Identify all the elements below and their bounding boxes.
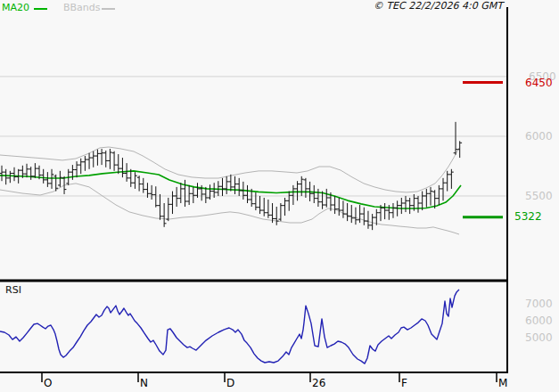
rsi-axis-label-60: 6000 (525, 315, 553, 326)
price-axis-label-5500: 5500 (525, 191, 553, 201)
rsi-axis-label-70: 7000 (525, 298, 553, 309)
time-axis-label-mar: M (498, 378, 507, 388)
legend-ma20-swatch (34, 8, 47, 10)
time-axis-label-feb: F (401, 378, 407, 388)
tec-chart: MA20 BBands © TEC 22/2/2026 4:0 GMT 6500… (0, 0, 559, 392)
copyright-stamp: © TEC 22/2/2026 4:0 GMT (374, 1, 503, 11)
legend-bbands-swatch (102, 8, 115, 10)
rsi-line (0, 290, 459, 363)
candlesticks (0, 122, 462, 230)
price-axis-label-6000: 6000 (525, 131, 553, 142)
price-levels (463, 83, 503, 217)
time-axis-label-jan26: 26 (312, 378, 325, 388)
price-gridlines (0, 77, 507, 196)
time-axis-label-nov: N (140, 378, 148, 388)
axes (0, 7, 508, 382)
time-axis-label-oct: O (44, 378, 52, 388)
chart-canvas (0, 0, 559, 392)
rsi-panel-title: RSI (5, 285, 21, 295)
time-axis-label-dec: D (226, 378, 234, 388)
bollinger-bands (0, 147, 459, 234)
legend-bbands-label: BBands (63, 3, 101, 12)
price-axis-label-5322: 5322 (514, 211, 542, 222)
legend-ma20-label: MA20 (2, 3, 29, 12)
rsi-axis-label-50: 5000 (525, 332, 553, 343)
price-axis-label-6450: 6450 (525, 78, 553, 88)
